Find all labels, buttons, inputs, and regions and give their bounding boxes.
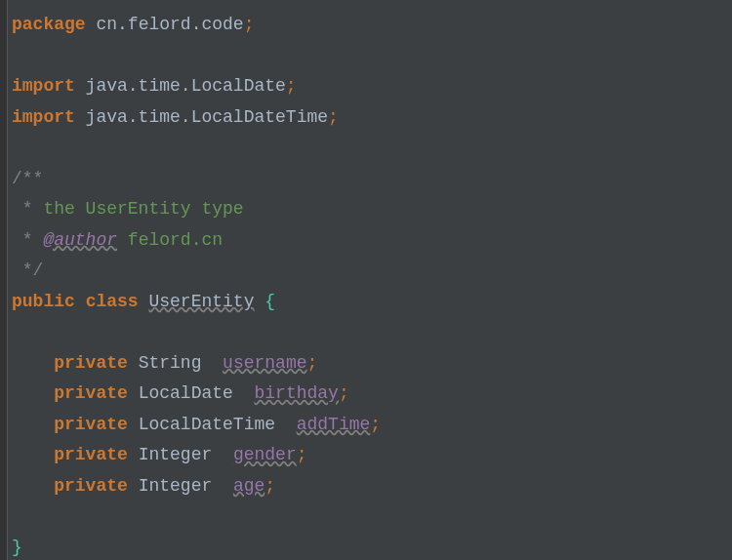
javadoc-prefix: * bbox=[12, 230, 43, 250]
code-line[interactable]: /** bbox=[12, 164, 732, 195]
package-path: cn.felord.code bbox=[86, 15, 244, 34]
code-line-empty[interactable] bbox=[12, 317, 732, 348]
code-line[interactable]: import java.time.LocalDateTime; bbox=[12, 102, 732, 134]
keyword-private: private bbox=[54, 353, 128, 373]
code-line[interactable]: * the UserEntity type bbox=[12, 194, 732, 225]
field-age: age bbox=[233, 476, 264, 496]
type-integer: Integer bbox=[139, 445, 213, 464]
semicolon: ; bbox=[370, 415, 381, 434]
keyword-import: import bbox=[12, 107, 75, 127]
code-line[interactable]: } bbox=[12, 533, 732, 561]
field-gender: gender bbox=[233, 445, 297, 464]
editor-gutter bbox=[0, 0, 8, 560]
open-brace: { bbox=[264, 292, 275, 311]
keyword-private: private bbox=[54, 445, 128, 464]
class-name: UserEntity bbox=[148, 292, 254, 311]
keyword-private: private bbox=[54, 383, 128, 403]
javadoc-end: */ bbox=[12, 260, 43, 280]
keyword-package: package bbox=[12, 15, 86, 34]
semicolon: ; bbox=[307, 353, 318, 373]
javadoc-author-tag: @author bbox=[43, 230, 117, 250]
import-path: java.time.LocalDateTime bbox=[75, 107, 328, 127]
keyword-private: private bbox=[54, 476, 128, 496]
code-line[interactable]: * @author felord.cn bbox=[12, 225, 732, 257]
javadoc-text: the UserEntity type bbox=[43, 199, 243, 219]
semicolon: ; bbox=[297, 445, 307, 464]
field-birthday: birthday bbox=[254, 383, 338, 403]
keyword-import: import bbox=[12, 76, 75, 96]
code-line[interactable]: private LocalDate birthday; bbox=[12, 379, 732, 410]
semicolon: ; bbox=[328, 107, 339, 127]
javadoc-start: /** bbox=[12, 169, 43, 188]
type-localdatetime: LocalDateTime bbox=[139, 415, 275, 434]
close-brace: } bbox=[12, 538, 22, 557]
semicolon: ; bbox=[244, 15, 255, 34]
field-addtime: addTime bbox=[297, 415, 371, 434]
keyword-private: private bbox=[54, 415, 128, 434]
code-line[interactable]: private Integer gender; bbox=[12, 440, 732, 471]
semicolon: ; bbox=[286, 76, 297, 96]
code-line[interactable]: private String username; bbox=[12, 348, 732, 380]
code-line-empty[interactable] bbox=[12, 501, 732, 533]
field-username: username bbox=[223, 353, 306, 373]
semicolon: ; bbox=[339, 383, 349, 403]
code-line[interactable]: private LocalDateTime addTime; bbox=[12, 410, 732, 441]
type-localdate: LocalDate bbox=[139, 383, 233, 403]
import-path: java.time.LocalDate bbox=[75, 76, 286, 96]
javadoc-author-text: felord.cn bbox=[117, 230, 223, 250]
code-line[interactable]: package cn.felord.code; bbox=[12, 10, 732, 41]
code-line[interactable]: public class UserEntity { bbox=[12, 287, 732, 318]
code-line-empty[interactable] bbox=[12, 41, 732, 72]
keyword-class: class bbox=[86, 292, 139, 311]
code-editor[interactable]: package cn.felord.code; import java.time… bbox=[0, 10, 732, 560]
code-line[interactable]: */ bbox=[12, 256, 732, 287]
code-line[interactable]: private Integer age; bbox=[12, 471, 732, 502]
semicolon: ; bbox=[264, 476, 275, 496]
type-integer: Integer bbox=[139, 476, 213, 496]
code-line-empty[interactable] bbox=[12, 133, 732, 164]
code-line[interactable]: import java.time.LocalDate; bbox=[12, 71, 732, 102]
javadoc-prefix: * bbox=[12, 199, 43, 219]
keyword-public: public bbox=[12, 292, 75, 311]
type-string: String bbox=[139, 353, 202, 373]
